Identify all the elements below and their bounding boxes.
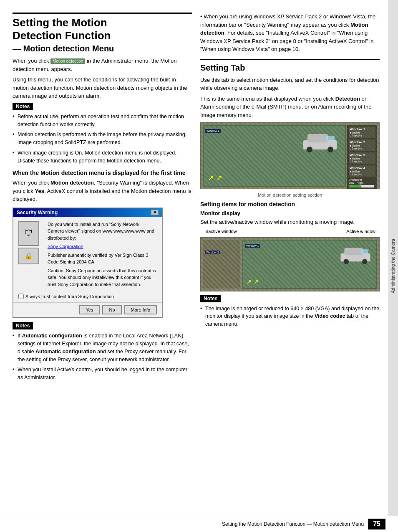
right-column: • When you are using Windows XP Service … xyxy=(200,13,380,515)
monitor-display-title: Monitor display xyxy=(200,210,380,216)
dialog-yes-button[interactable]: Yes xyxy=(79,305,100,314)
notes-label-1: Notes xyxy=(13,103,33,110)
camera-image-2: Window 2 Window 1 ↗ ↗ xyxy=(200,237,380,291)
right-intro-note: • When you are using Windows XP Service … xyxy=(200,13,380,53)
dialog-caution-text: Caution: Sony Corporation asserts that t… xyxy=(48,267,157,288)
svg-rect-6 xyxy=(344,248,363,255)
notes-item-2-2: When you install ActiveX control, you sh… xyxy=(13,366,192,382)
cam-window-3: Window 3 ● Active ○ Inactive xyxy=(349,152,375,164)
dialog-text: Do you want to install and run "Sony Net… xyxy=(48,221,157,290)
notes-item-3-1: The image is enlarged or reduced to 640 … xyxy=(200,305,380,328)
notes-item-2-1: If Automatic configuration is enabled in… xyxy=(13,332,192,363)
motion-detection-button-label: Motion detection xyxy=(50,58,85,64)
left-column: Setting the Motion Detection Function — … xyxy=(13,13,192,515)
lock-icon: 🔒 xyxy=(18,248,39,264)
cam-window-4: Window 4 ● Active ○ Inactive xyxy=(349,165,375,177)
noise-section: Noise size xyxy=(349,188,375,189)
side-tab-label: Administrating the Camera xyxy=(390,239,395,293)
notes-list-1: Before actual use, perform an operation … xyxy=(13,113,192,165)
inactive-window-label: Inactive window xyxy=(204,229,237,234)
notes-item-1-1: Before actual use, perform an operation … xyxy=(13,113,192,129)
svg-rect-1 xyxy=(307,134,328,142)
monitor-window-labels: Inactive window Active window xyxy=(200,229,380,234)
notes-item-1-3: When image cropping is On, Motion detect… xyxy=(13,149,192,165)
subsection-title: When the Motion detection menu is displa… xyxy=(13,170,192,176)
notes-list-3: The image is enlarged or reduced to 640 … xyxy=(200,305,380,328)
subsection-body: When you click Motion detection, "Securi… xyxy=(13,179,192,203)
arrows-icon-2: ↗ ↗ xyxy=(247,278,259,286)
inactive-window-overlay: Window 2 xyxy=(203,240,240,289)
notes-label-2: Notes xyxy=(13,322,33,329)
dialog-checkbox[interactable] xyxy=(18,294,24,299)
cam-main-area: Window 1 ↗ ↗ xyxy=(203,125,346,187)
active-window-label: Active window xyxy=(346,229,375,234)
notes-section-1: Notes Before actual use, perform an oper… xyxy=(13,103,192,165)
active-window1-label: Window 1 xyxy=(245,244,260,248)
page-number: 75 xyxy=(368,519,385,529)
dialog-checkbox-label: Always trust content from Sony Corporati… xyxy=(25,294,114,299)
dialog-no-button[interactable]: No xyxy=(102,305,121,314)
car-illustration xyxy=(301,130,339,153)
window1-label: Window 1 xyxy=(205,129,221,133)
setting-tab-title: Setting Tab xyxy=(200,63,380,73)
setting-tab-body2: This is the same menu as that displayed … xyxy=(200,95,380,119)
intro-para1: When you click Motion detection in the A… xyxy=(13,57,192,73)
svg-rect-9 xyxy=(361,249,368,254)
dialog-company-link[interactable]: Sony Corporation xyxy=(48,244,83,249)
cam-sidebar-panel: Window 1 ● Active ○ Inactive Window 2 ● … xyxy=(347,125,377,189)
side-tab: Administrating the Camera xyxy=(388,0,398,532)
page-title: Setting the Motion Detection Function xyxy=(13,13,192,42)
svg-point-3 xyxy=(327,147,333,152)
notes-label-3: Notes xyxy=(200,295,221,302)
camera-image-1: Window 1 ↗ ↗ xyxy=(200,122,380,189)
cam-window-2: Window 2 ● Active ○ Inactive xyxy=(349,139,375,151)
car-illustration-2 xyxy=(339,244,372,265)
dialog-more-info-button[interactable]: More Info xyxy=(124,305,157,314)
footer-text: Setting the Motion Detection Function — … xyxy=(222,521,364,527)
security-warning-dialog: Security Warning ✕ 🛡 🔒 Do you want to in… xyxy=(13,208,163,318)
window2-label: Window 2 xyxy=(205,251,220,254)
page-subtitle: — Motion detection Menu xyxy=(13,44,192,53)
intro-para2: Using this menu, you can set the conditi… xyxy=(13,76,192,100)
svg-point-8 xyxy=(362,259,367,264)
svg-point-7 xyxy=(344,259,349,264)
cam-window-1: Window 1 ● Active ○ Inactive xyxy=(349,127,375,138)
threshold-section: ThresholdLow High xyxy=(349,178,375,187)
notes-section-3: Notes The image is enlarged or reduced t… xyxy=(200,295,380,328)
notes-list-2: If Automatic configuration is enabled in… xyxy=(13,332,192,382)
section-divider-1 xyxy=(200,59,380,60)
dialog-body: 🛡 🔒 Do you want to install and run "Sony… xyxy=(13,217,162,294)
camera-image-1-caption: Motion detection setting section xyxy=(200,193,380,198)
arrows-icon: ↗ ↗ xyxy=(208,173,222,182)
dialog-text1: Do you want to install and run "Sony Net… xyxy=(48,221,157,242)
dialog-text2: Publisher authenticity verified by VeriS… xyxy=(48,252,157,266)
dialog-checkbox-row: Always trust content from Sony Corporati… xyxy=(13,294,162,302)
dialog-title: Security Warning xyxy=(17,210,58,215)
footer-bar: Setting the Motion Detection Function — … xyxy=(0,516,398,532)
monitor-display-body: Set the active/inactive window while mon… xyxy=(200,218,380,226)
active-window-area: Window 1 ↗ ↗ xyxy=(242,240,377,289)
notes-section-2: Notes If Automatic configuration is enab… xyxy=(13,322,192,382)
dialog-buttons: Yes No More Info xyxy=(13,302,162,317)
svg-rect-4 xyxy=(326,136,335,141)
svg-point-2 xyxy=(307,147,312,152)
dialog-icons: 🛡 🔒 xyxy=(18,221,43,290)
shield-icon: 🛡 xyxy=(18,221,39,246)
title-line2: Detection Function xyxy=(13,29,111,42)
title-line1: Setting the Motion xyxy=(13,16,107,29)
dialog-titlebar: Security Warning ✕ xyxy=(13,208,162,217)
setting-items-title: Setting items for motion detection xyxy=(200,201,380,208)
setting-tab-body1: Use this tab to select motion detection,… xyxy=(200,76,380,92)
notes-item-1-2: Motion detection is performed with the i… xyxy=(13,131,192,147)
dialog-close-button[interactable]: ✕ xyxy=(151,210,159,215)
